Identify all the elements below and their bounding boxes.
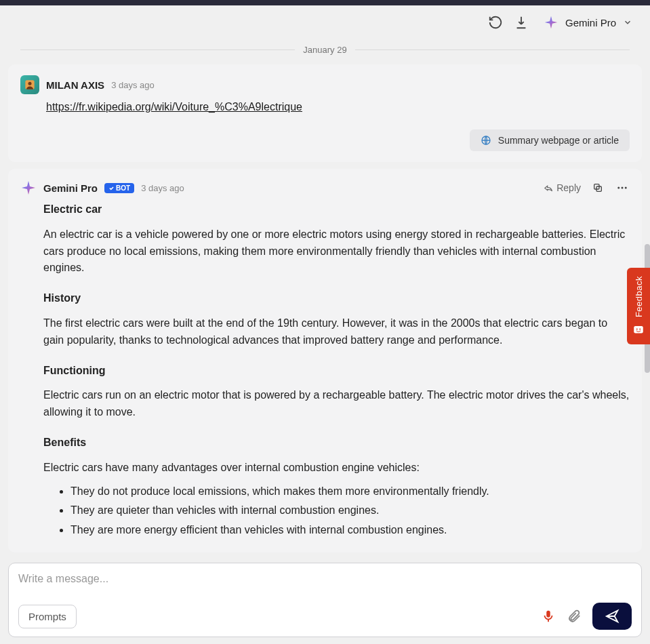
bot-message: Gemini Pro BOT 3 days ago Reply Elec: [8, 169, 642, 552]
section-heading: Benefits: [43, 435, 630, 451]
microphone-icon: [541, 609, 556, 624]
input-actions: [541, 603, 632, 630]
svg-point-7: [625, 187, 627, 189]
list-item: They are quieter than vehicles with inte…: [70, 502, 630, 519]
prompts-button[interactable]: Prompts: [18, 605, 77, 628]
user-message: MILAN AXIS 3 days ago https://fr.wikiped…: [8, 64, 642, 162]
globe-icon: [481, 135, 491, 146]
summary-action-container: Summary webpage or article: [46, 129, 630, 151]
paragraph: Electric cars have many advantages over …: [43, 460, 630, 477]
input-footer: Prompts: [18, 603, 632, 630]
svg-point-5: [617, 187, 619, 189]
smiley-icon: [632, 324, 645, 336]
window-topbar: [0, 0, 650, 5]
message-header: Gemini Pro BOT 3 days ago Reply: [20, 180, 630, 196]
reply-label: Reply: [556, 182, 581, 193]
date-label: January 29: [295, 45, 354, 55]
reply-button[interactable]: Reply: [544, 182, 581, 193]
bullet-list: They do not produce local emissions, whi…: [43, 483, 630, 539]
chevron-down-icon: [623, 18, 632, 27]
author-name: MILAN AXIS: [46, 79, 104, 91]
model-selector[interactable]: Gemini Pro: [540, 12, 636, 33]
date-divider: January 29: [20, 45, 630, 55]
more-icon: [616, 182, 628, 194]
paperclip-icon: [567, 609, 582, 624]
paragraph: Electric cars run on an electric motor t…: [43, 387, 630, 421]
svg-point-6: [622, 187, 624, 189]
summary-label: Summary webpage or article: [498, 135, 619, 146]
gemini-logo-icon: [544, 15, 558, 30]
copy-button[interactable]: [590, 180, 605, 195]
header: Gemini Pro: [0, 5, 650, 39]
paragraph: The first electric cars were built at th…: [43, 315, 630, 349]
bot-badge: BOT: [104, 183, 134, 193]
message-timestamp: 3 days ago: [141, 183, 184, 193]
microphone-button[interactable]: [541, 609, 556, 624]
message-actions: Reply: [544, 180, 630, 195]
copy-icon: [592, 182, 603, 193]
message-body: https://fr.wikipedia.org/wiki/Voiture_%C…: [46, 101, 630, 151]
feedback-tab[interactable]: Feedback: [627, 268, 650, 344]
attachment-button[interactable]: [567, 609, 582, 624]
message-input-area: Prompts: [8, 563, 642, 637]
user-avatar: [20, 75, 39, 94]
send-button[interactable]: [592, 603, 632, 630]
bot-response-body: Electric car An electric car is a vehicl…: [43, 201, 630, 539]
svg-rect-8: [634, 326, 643, 334]
model-name-label: Gemini Pro: [565, 17, 616, 28]
svg-point-10: [639, 329, 641, 330]
refresh-icon[interactable]: [488, 15, 503, 30]
message-timestamp: 3 days ago: [111, 80, 155, 90]
svg-point-9: [636, 329, 638, 330]
messages-container: MILAN AXIS 3 days ago https://fr.wikiped…: [0, 64, 650, 573]
bot-badge-text: BOT: [116, 184, 130, 192]
section-heading: History: [43, 290, 630, 307]
paragraph: An electric car is a vehicle powered by …: [43, 226, 630, 277]
download-icon[interactable]: [514, 15, 529, 30]
message-input[interactable]: [18, 573, 632, 585]
send-icon: [605, 609, 619, 624]
svg-rect-11: [546, 611, 550, 618]
list-item: They are more energy efficient than vehi…: [70, 522, 630, 539]
svg-point-1: [28, 82, 32, 85]
reply-icon: [544, 183, 554, 193]
check-icon: [108, 185, 115, 191]
list-item: They do not produce local emissions, whi…: [70, 483, 630, 500]
url-link[interactable]: https://fr.wikipedia.org/wiki/Voiture_%C…: [46, 101, 302, 113]
bot-avatar: [20, 180, 37, 196]
author-name: Gemini Pro: [43, 182, 98, 194]
more-button[interactable]: [615, 180, 630, 195]
section-heading: Functioning: [43, 363, 630, 380]
feedback-label: Feedback: [634, 276, 644, 317]
summary-action-button[interactable]: Summary webpage or article: [470, 129, 630, 151]
section-heading: Electric car: [43, 201, 630, 218]
message-header: MILAN AXIS 3 days ago: [20, 75, 630, 94]
